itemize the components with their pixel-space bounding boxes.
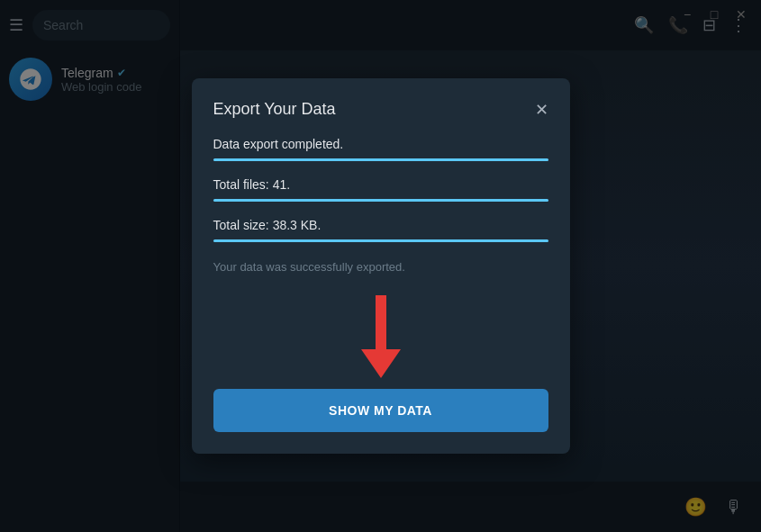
modal-header: Export Your Data ✕: [213, 100, 548, 119]
export-modal: Export Your Data ✕ Data export completed…: [192, 78, 570, 454]
arrow-container: [213, 295, 548, 378]
total-files-label: Total files: 41.: [213, 177, 548, 192]
total-files-section: Total files: 41.: [213, 177, 548, 202]
red-arrow: [361, 295, 401, 378]
total-size-bar-bg: [213, 239, 548, 242]
arrow-shaft: [376, 295, 386, 349]
export-completed-bar-fill: [213, 158, 548, 161]
total-size-section: Total size: 38.3 KB.: [213, 218, 548, 242]
show-my-data-button[interactable]: SHOW MY DATA: [213, 389, 548, 432]
success-text: Your data was successfully exported.: [213, 260, 548, 274]
export-completed-label: Data export completed.: [213, 137, 548, 151]
total-size-bar-fill: [213, 239, 548, 242]
modal-overlay: Export Your Data ✕ Data export completed…: [0, 0, 761, 532]
total-files-bar-bg: [213, 199, 548, 202]
total-files-bar-fill: [213, 199, 548, 202]
modal-close-button[interactable]: ✕: [535, 102, 548, 118]
export-completed-section: Data export completed.: [213, 137, 548, 161]
total-size-label: Total size: 38.3 KB.: [213, 218, 548, 232]
modal-title: Export Your Data: [213, 100, 336, 119]
export-completed-bar-bg: [213, 158, 548, 161]
arrow-head: [361, 349, 401, 378]
